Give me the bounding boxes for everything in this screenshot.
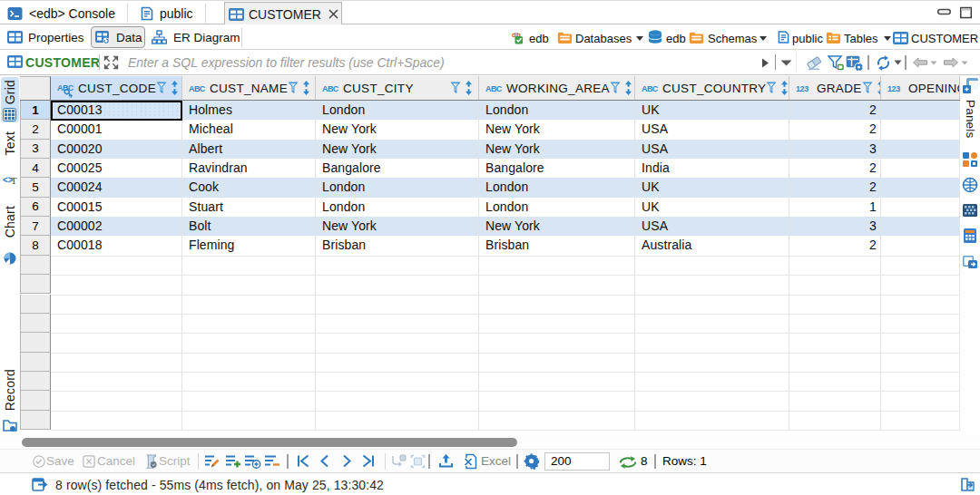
svg-text:123: 123 — [887, 84, 900, 93]
svg-text:ABC: ABC — [322, 84, 339, 93]
svg-text:T: T — [11, 175, 17, 186]
svg-text:123: 123 — [796, 84, 808, 93]
svg-text:ABC: ABC — [189, 84, 206, 93]
svg-text:ABC: ABC — [485, 84, 503, 93]
svg-text:ABC: ABC — [57, 83, 74, 92]
svg-text:ABC: ABC — [642, 84, 659, 93]
